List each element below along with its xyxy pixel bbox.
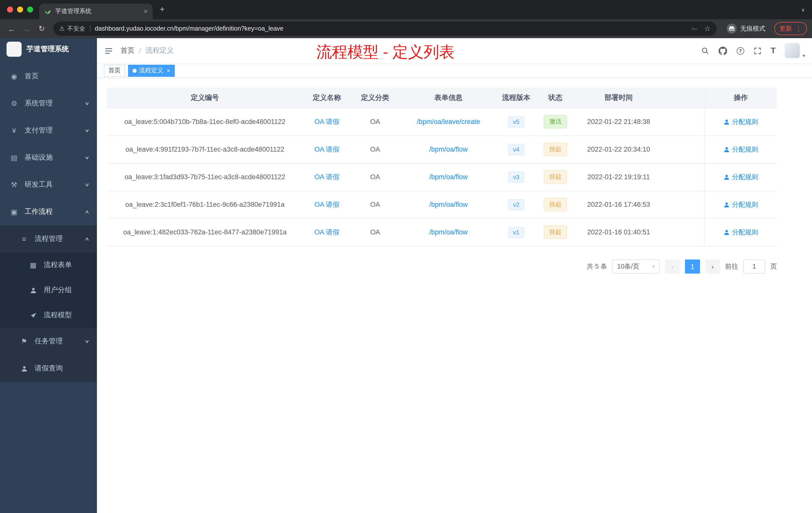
sidebar-item-workflow[interactable]: ▣ 工作流程 ∧ (0, 198, 97, 225)
zoom-window-button[interactable] (27, 6, 33, 12)
font-size-icon[interactable]: T (771, 46, 776, 55)
search-icon[interactable] (701, 47, 709, 55)
breadcrumb-home[interactable]: 首页 (120, 46, 135, 55)
assign-rule-link[interactable]: 分配规则 (724, 173, 758, 181)
more-menu-icon[interactable]: ⋮ (795, 25, 802, 32)
deploy-time: 2022-01-22 19:19:11 (576, 163, 661, 191)
tag-home[interactable]: 首页 (104, 64, 125, 77)
page-size-select[interactable]: 10条/页 ▾ (612, 259, 660, 273)
users-icon (29, 287, 37, 293)
definition-name-link[interactable]: OA 请假 (314, 173, 339, 180)
sidebar-item-infrastructure[interactable]: ▤ 基础设施 ∨ (0, 144, 97, 171)
deploy-time: 2022-01-22 21:48:38 (576, 108, 661, 135)
goto-label: 前往 (725, 262, 738, 271)
tools-icon: ⚒ (10, 181, 18, 189)
sidebar-item-label: 工作流程 (25, 207, 79, 216)
chevron-up-icon: ∧ (85, 236, 90, 241)
browser-toolbar: ← → ↻ ⚠ 不安全 dashboard.yudao.iocoder.cn/b… (0, 19, 812, 38)
dashboard-icon: ◉ (10, 72, 18, 80)
list-icon: ≡ (20, 235, 28, 243)
address-bar[interactable]: ⚠ 不安全 dashboard.yudao.iocoder.cn/bpm/man… (53, 22, 717, 36)
sidebar-item-payment-management[interactable]: ¥ 支付管理 ∨ (0, 117, 97, 144)
table-row: oa_leave:4:991f2193-7b7f-11ec-a3c8-acde4… (107, 135, 777, 163)
forward-icon[interactable]: → (20, 24, 33, 33)
assign-rule-link[interactable]: 分配规则 (724, 228, 758, 237)
breadcrumb: 首页 / 流程定义 (120, 46, 174, 55)
form-link[interactable]: /bpm/oa/leave/create (417, 118, 480, 125)
sidebar-item-process-form[interactable]: ▦ 流程表单 (0, 252, 97, 278)
sidebar-item-home[interactable]: ◉ 首页 (0, 63, 97, 90)
hamburger-icon[interactable] (97, 47, 120, 55)
column-header: 操作 (704, 88, 777, 108)
sidebar-item-label: 任务管理 (35, 337, 79, 346)
tab-search-chevron-icon[interactable]: ∨ (801, 0, 805, 19)
github-icon[interactable] (718, 47, 727, 55)
page-unit-label: 页 (770, 262, 777, 271)
back-icon[interactable]: ← (5, 24, 18, 33)
chrome-update-button[interactable]: 更新 ⋮ (774, 22, 807, 35)
form-link[interactable]: /bpm/oa/flow (429, 229, 467, 236)
screen: 芋道管理系统 × + ∨ ← → ↻ ⚠ 不安全 dashboard.yudao… (0, 0, 812, 513)
tag-close-icon[interactable]: × (167, 67, 170, 74)
update-label: 更新 (779, 24, 792, 33)
next-page-button[interactable]: › (705, 259, 720, 273)
sidebar-item-task-management[interactable]: ⚑ 任务管理 ∨ (0, 328, 97, 355)
sidebar-item-label: 流程管理 (35, 234, 79, 243)
omnibox-divider (90, 25, 90, 32)
definition-id: oa_leave:4:991f2193-7b7f-11ec-a3c8-acde4… (107, 135, 303, 163)
form-link[interactable]: /bpm/oa/flow (429, 146, 467, 153)
sidebar-item-user-group[interactable]: 用户分组 (0, 278, 97, 303)
definition-id: oa_leave:3:1fad3d93-7b75-11ec-a3c8-acde4… (107, 163, 303, 191)
sidebar-item-label: 请假查询 (35, 364, 89, 373)
deploy-time: 2022-01-16 17:46:53 (576, 191, 661, 218)
sidebar-item-system-management[interactable]: ⚙ 系统管理 ∨ (0, 90, 97, 117)
avatar[interactable] (785, 43, 800, 58)
definition-name-link[interactable]: OA 请假 (314, 201, 339, 208)
table-row: oa_leave:2:3c1f0ef1-76b1-11ec-9c66-a2380… (107, 191, 777, 218)
pagination-total: 共 5 条 (587, 262, 607, 271)
close-window-button[interactable] (7, 6, 13, 12)
definition-name-link[interactable]: OA 请假 (314, 118, 339, 125)
help-icon[interactable]: ? (736, 47, 744, 55)
page-size-value: 10条/页 (617, 262, 639, 271)
chevron-down-icon: ∨ (85, 339, 90, 344)
assign-rule-link[interactable]: 分配规则 (724, 200, 758, 209)
fullscreen-icon[interactable] (754, 47, 761, 55)
tab-close-icon[interactable]: × (144, 7, 148, 15)
infra-icon: ▤ (10, 154, 18, 162)
reload-icon[interactable]: ↻ (35, 24, 48, 33)
definition-category: OA (351, 218, 399, 246)
status-badge: 激活 (544, 115, 567, 128)
prev-page-button[interactable]: ‹ (665, 259, 680, 273)
table-header-row: 定义编号 定义名称 定义分类 表单信息 流程版本 状态 部署时间 操作 (107, 88, 777, 108)
incognito-icon (727, 24, 737, 34)
sidebar-item-label: 流程模型 (44, 311, 89, 320)
definition-name-link[interactable]: OA 请假 (314, 145, 339, 153)
new-tab-button[interactable]: + (160, 0, 165, 19)
form-link[interactable]: /bpm/oa/flow (429, 173, 467, 181)
sidebar-item-process-model[interactable]: 流程模型 (0, 303, 97, 328)
browser-tab[interactable]: 芋道管理系统 × (39, 3, 153, 19)
page-content: 定义编号 定义名称 定义分类 表单信息 流程版本 状态 部署时间 操作 (97, 78, 812, 273)
goto-page-input[interactable] (743, 259, 765, 273)
gear-icon: ⚙ (10, 99, 18, 108)
password-key-icon[interactable] (691, 25, 698, 32)
minimize-window-button[interactable] (17, 6, 23, 12)
paper-plane-icon (29, 312, 37, 319)
assign-rule-link[interactable]: 分配规则 (724, 117, 758, 126)
version-tag: v3 (508, 172, 524, 182)
assign-rule-link[interactable]: 分配规则 (724, 145, 758, 154)
tag-process-definition[interactable]: 流程定义 × (128, 64, 175, 77)
definition-name-link[interactable]: OA 请假 (314, 228, 339, 236)
sidebar-item-leave-query[interactable]: 请假查询 (0, 355, 97, 382)
logo-avatar (6, 42, 22, 57)
form-link[interactable]: /bpm/oa/flow (429, 201, 467, 208)
logo[interactable]: 芋道管理系统 (0, 38, 97, 60)
current-page-button[interactable]: 1 (685, 259, 700, 273)
sidebar-item-rnd-tools[interactable]: ⚒ 研发工具 ∨ (0, 171, 97, 198)
bookmark-star-icon[interactable]: ☆ (704, 25, 710, 33)
chevron-down-icon: ∨ (85, 155, 90, 160)
status-badge: 挂起 (544, 170, 567, 184)
user-menu[interactable]: ▾ (785, 43, 805, 58)
sidebar-item-process-management[interactable]: ≡ 流程管理 ∧ (0, 225, 97, 252)
